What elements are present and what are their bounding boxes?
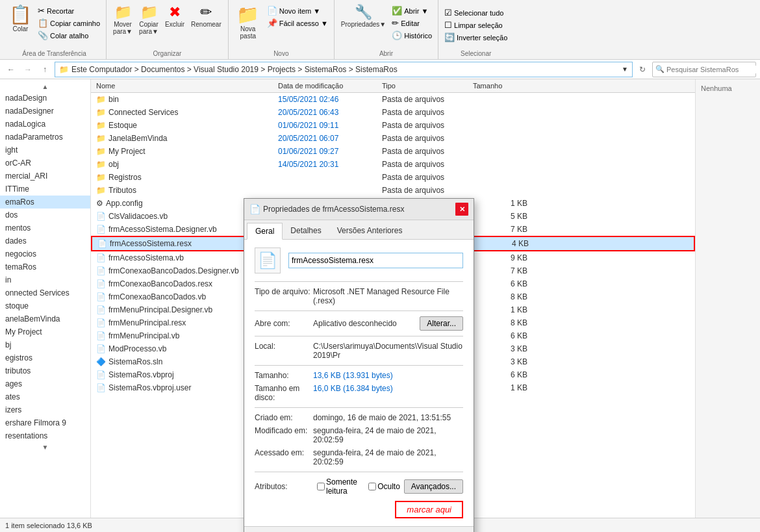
dialog-label-location: Local:	[255, 342, 313, 360]
dialog-tab-geral[interactable]: Geral	[247, 223, 283, 240]
sidebar-scroll-up[interactable]: ▲	[0, 82, 90, 92]
file-row-myproject[interactable]: 📁My Project 01/06/2021 09:27 Pasta de ar…	[91, 145, 695, 158]
nav-forward-button[interactable]: →	[21, 62, 35, 77]
dialog-tab-versoes[interactable]: Versões Anteriores	[329, 223, 411, 239]
search-box[interactable]: 🔍	[652, 62, 756, 77]
sidebar: ▲ nadaDesign nadaDesigner nadaLogica nad…	[0, 79, 91, 518]
properties-dialog[interactable]: 📄 Propriedades de frmAcessoSistema.resx …	[244, 198, 474, 532]
file-row-bin[interactable]: 📁bin 15/05/2021 02:46 Pasta de arquivos	[91, 93, 695, 106]
refresh-button[interactable]: ↻	[635, 62, 650, 77]
file-icon: 🔷	[96, 357, 106, 366]
readonly-checkbox[interactable]	[317, 483, 325, 490]
dialog-value-size: 13,6 KB (13.931 bytes)	[313, 371, 463, 380]
easy-access-button[interactable]: 📌 Fácil acesso ▼	[265, 18, 330, 29]
sidebar-item[interactable]: mercial_ARI	[0, 170, 90, 183]
hidden-checkbox[interactable]	[368, 483, 376, 490]
file-row-estoque[interactable]: 📁Estoque 01/06/2021 09:11 Pasta de arqui…	[91, 119, 695, 132]
sidebar-item-connected-services[interactable]: onnected Services	[0, 286, 90, 299]
sidebar-item[interactable]: nadaDesign	[0, 92, 90, 105]
sidebar-item-light[interactable]: ight	[0, 144, 90, 157]
marcar-aqui-annotation[interactable]: marcar aqui	[255, 501, 463, 518]
dialog-label-sizeondisk: Tamanho em disco:	[255, 384, 313, 402]
sidebar-item[interactable]: tributos	[0, 364, 90, 377]
history-button[interactable]: 🕒 Histórico	[390, 30, 434, 41]
file-row-obj[interactable]: 📁obj 14/05/2021 20:31 Pasta de arquivos	[91, 158, 695, 171]
file-row-connected-services[interactable]: 📁Connected Services 20/05/2021 06:43 Pas…	[91, 106, 695, 119]
col-date-header[interactable]: Data de modificação	[273, 82, 377, 90]
file-icon: 📄	[96, 225, 106, 234]
sidebar-item[interactable]: ates	[0, 390, 90, 403]
invert-selection-button[interactable]: 🔄 Inverter seleção	[442, 32, 509, 43]
rename-button[interactable]: ✏ Renomear	[188, 3, 224, 29]
dialog-tab-detalhes[interactable]: Detalhes	[283, 223, 329, 239]
nav-back-button[interactable]: ←	[4, 62, 18, 77]
sidebar-item[interactable]: ITTime	[0, 183, 90, 196]
address-path-bar[interactable]: 📁 Este Computador > Documentos > Visual …	[55, 62, 633, 77]
sidebar-item[interactable]: nadaParametros	[0, 131, 90, 144]
sidebar-item[interactable]: orC-AR	[0, 157, 90, 170]
dialog-row-type: Tipo de arquivo: Microsoft .NET Managed …	[255, 287, 463, 305]
sidebar-item[interactable]: temaRos	[0, 260, 90, 273]
dialog-row-accessed: Acessado em: segunda-feira, 24 de maio d…	[255, 448, 463, 466]
file-row-tributos[interactable]: 📁Tributos Pasta de arquivos	[91, 184, 695, 197]
copy-path-button[interactable]: 📋 Copiar caminho	[36, 18, 102, 29]
file-icon: 📄	[96, 305, 106, 314]
dialog-filename-input[interactable]	[288, 253, 463, 268]
dialog-value-accessed: segunda-feira, 24 de maio de 2021, 20:02…	[313, 448, 463, 466]
dialog-close-button[interactable]: ✕	[455, 203, 468, 216]
col-size-header[interactable]: Tamanho	[468, 82, 533, 90]
select-all-button[interactable]: ☑ Selecionar tudo	[442, 7, 509, 18]
sidebar-item[interactable]: ershare Filmora 9	[0, 416, 90, 429]
ribbon-group-new: 📁 Novapasta 📄 Novo item ▼ 📌 Fácil acesso…	[229, 0, 335, 59]
col-type-header[interactable]: Tipo	[377, 82, 468, 90]
dialog-checkbox-hidden[interactable]: Oculto	[368, 482, 400, 491]
move-to-button[interactable]: 📁 Moverpara▼	[110, 3, 135, 36]
properties-button[interactable]: 🔧 Propriedades▼	[338, 3, 388, 29]
sidebar-item[interactable]: negocios	[0, 247, 90, 260]
folder-icon: 📁	[96, 160, 106, 169]
sidebar-item-sistemaros[interactable]: emaRos	[0, 196, 90, 209]
sidebar-item[interactable]: My Project	[0, 325, 90, 338]
sidebar-scroll-down[interactable]: ▼	[0, 442, 90, 452]
preview-label: Nenhuma	[701, 84, 732, 92]
dialog-value-location: C:\Users\arimuya\Documents\Visual Studio…	[313, 342, 463, 360]
sidebar-item[interactable]: egistros	[0, 351, 90, 364]
col-name-header[interactable]: Nome	[91, 82, 273, 90]
paste-shortcut-button[interactable]: 📎 Colar atalho	[36, 30, 102, 41]
sidebar-item[interactable]: nadaDesigner	[0, 105, 90, 118]
sidebar-item[interactable]: bj	[0, 338, 90, 351]
clear-selection-button[interactable]: ☐ Limpar seleção	[442, 19, 509, 31]
sidebar-item[interactable]: stoque	[0, 299, 90, 312]
dialog-label-type: Tipo de arquivo:	[255, 287, 313, 305]
file-row-janelabienvinda[interactable]: 📁JanelaBemVinda 20/05/2021 06:07 Pasta d…	[91, 132, 695, 145]
marcar-aqui-box[interactable]: marcar aqui	[395, 501, 463, 518]
sidebar-item[interactable]: izers	[0, 403, 90, 416]
new-item-button[interactable]: 📄 Novo item ▼	[265, 5, 330, 16]
advanced-button[interactable]: Avançados...	[404, 479, 463, 494]
cut-button[interactable]: ✂ Recortar	[36, 5, 102, 16]
sidebar-item[interactable]: dades	[0, 234, 90, 247]
nav-up-button[interactable]: ↑	[38, 62, 52, 77]
paste-button[interactable]: 📋 Colar	[6, 3, 34, 34]
new-folder-button[interactable]: 📁 Novapasta	[233, 3, 264, 41]
sidebar-item[interactable]: in	[0, 273, 90, 286]
search-input[interactable]	[666, 66, 756, 73]
folder-icon: 📁	[96, 134, 106, 143]
open-button[interactable]: ✅ Abrir ▼	[390, 5, 434, 16]
file-icon: 📄	[96, 318, 106, 327]
file-row-registros[interactable]: 📁Registros Pasta de arquivos	[91, 171, 695, 184]
sidebar-item[interactable]: nadaLogica	[0, 118, 90, 131]
folder-icon: 📁	[96, 108, 106, 117]
sidebar-item[interactable]: anelaBemVinda	[0, 312, 90, 325]
delete-button[interactable]: ✖ Excluir	[162, 3, 187, 29]
sidebar-item[interactable]: ages	[0, 377, 90, 390]
dialog-change-button[interactable]: Alterar...	[420, 316, 463, 331]
copy-to-button[interactable]: 📁 Copiarpara▼	[136, 3, 161, 36]
sidebar-item[interactable]: mentos	[0, 222, 90, 234]
file-icon: 📄	[96, 331, 106, 340]
sidebar-item[interactable]: resentations	[0, 429, 90, 442]
dialog-checkbox-readonly[interactable]: Somente leitura	[317, 477, 364, 496]
sidebar-item[interactable]: dos	[0, 209, 90, 222]
folder-icon: 📁	[96, 173, 106, 182]
edit-button[interactable]: ✏ Editar	[390, 18, 434, 29]
